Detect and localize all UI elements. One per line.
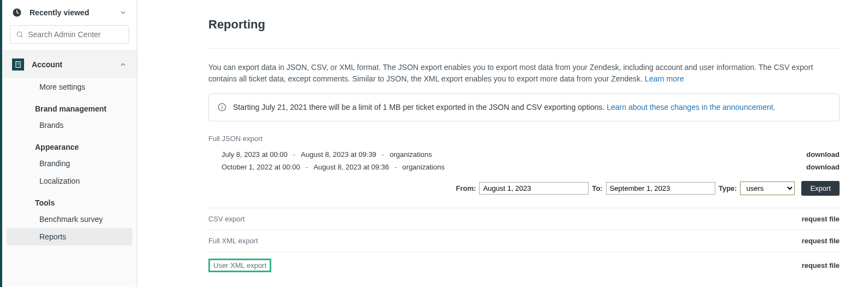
from-label: From: xyxy=(456,184,476,192)
nav-heading-tools: Tools xyxy=(2,190,137,210)
notice-link[interactable]: Learn about these changes in the announc… xyxy=(607,103,775,112)
user-xml-export-section: User XML export request file xyxy=(208,251,840,279)
xml-export-section: Full XML export request file xyxy=(208,230,840,251)
export-button[interactable]: Export xyxy=(801,181,840,196)
download-link-0[interactable]: download xyxy=(806,150,840,159)
csv-export-section: CSV export request file xyxy=(208,208,840,230)
search-box[interactable] xyxy=(10,25,129,44)
clock-icon xyxy=(12,8,22,17)
nav-benchmark-survey[interactable]: Benchmark survey xyxy=(7,210,132,228)
info-icon xyxy=(218,103,226,112)
json-export-row-1: October 1, 2022 at 00:00 - August 8, 202… xyxy=(208,161,840,173)
page-title: Reporting xyxy=(208,17,840,32)
svg-rect-3 xyxy=(16,62,20,68)
chevron-down-icon xyxy=(119,9,127,16)
svg-rect-7 xyxy=(19,64,19,65)
xml-request-link[interactable]: request file xyxy=(802,237,840,245)
recently-viewed-toggle[interactable]: Recently viewed xyxy=(2,0,137,25)
csv-request-link[interactable]: request file xyxy=(802,215,840,223)
notice-banner: Starting July 21, 2021 there will be a l… xyxy=(208,93,840,121)
chevron-up-icon xyxy=(119,61,127,68)
svg-point-10 xyxy=(222,105,222,106)
building-icon xyxy=(12,58,24,71)
sidebar: Recently viewed Account More settings Br… xyxy=(2,0,137,287)
nav-account-label: Account xyxy=(32,60,62,69)
intro-text: You can export data in JSON, CSV, or XML… xyxy=(208,49,840,93)
svg-rect-6 xyxy=(17,64,18,65)
to-label: To: xyxy=(592,184,602,192)
svg-point-1 xyxy=(17,32,21,36)
download-link-1[interactable]: download xyxy=(806,163,840,171)
json-export-title: Full JSON export xyxy=(208,134,840,143)
svg-rect-5 xyxy=(19,63,19,63)
nav-branding[interactable]: Branding xyxy=(7,155,132,172)
nav-account[interactable]: Account xyxy=(2,51,137,78)
svg-rect-4 xyxy=(17,63,18,63)
nav-heading-appearance: Appearance xyxy=(2,134,137,155)
nav-heading-brand-management: Brand management xyxy=(2,96,137,116)
nav-localization[interactable]: Localization xyxy=(7,172,132,190)
type-select[interactable]: users xyxy=(740,181,795,195)
type-label: Type: xyxy=(719,184,737,192)
from-input[interactable] xyxy=(479,182,589,195)
user-xml-highlight: User XML export xyxy=(208,259,271,272)
search-input[interactable] xyxy=(28,30,123,39)
nav-brands[interactable]: Brands xyxy=(7,116,132,134)
search-icon xyxy=(16,30,24,39)
to-input[interactable] xyxy=(606,182,715,195)
learn-more-link[interactable]: Learn more xyxy=(645,74,684,83)
recently-viewed-label: Recently viewed xyxy=(30,8,119,17)
json-export-row-0: July 8, 2023 at 00:00 - August 8, 2023 a… xyxy=(208,148,840,161)
main-content: Reporting You can export data in JSON, C… xyxy=(137,0,868,287)
user-xml-request-link[interactable]: request file xyxy=(802,261,840,270)
nav-more-settings[interactable]: More settings xyxy=(7,78,132,96)
nav-reports[interactable]: Reports xyxy=(7,228,132,245)
filter-row: From: To: Type: users Export xyxy=(208,181,840,196)
svg-line-2 xyxy=(21,36,23,38)
